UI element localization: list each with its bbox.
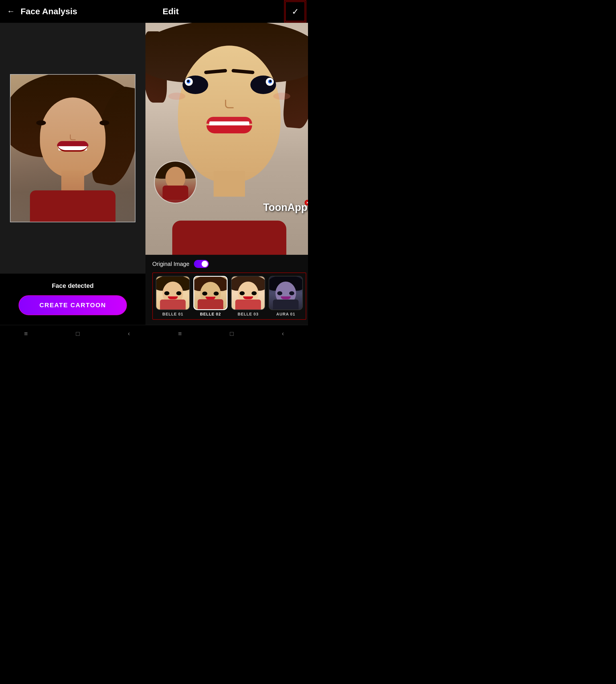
right-nav-menu-icon[interactable]: ≡ — [178, 330, 182, 338]
left-bottom-area: Face detected CREATE CARTOON — [0, 274, 146, 325]
create-cartoon-button[interactable]: CREATE CARTOON — [19, 295, 127, 315]
left-title: Face Analysis — [21, 6, 77, 16]
filter-thumb-aura01 — [269, 276, 303, 310]
filter-label-belle03: BELLE 03 — [231, 312, 265, 316]
face-detected-label: Face detected — [52, 282, 94, 290]
bottom-navigation: ≡ □ ‹ ≡ □ ‹ — [0, 325, 308, 342]
original-photo — [10, 75, 135, 222]
original-image-label: Original Image — [152, 261, 189, 267]
right-panel: ← Edit — [146, 0, 308, 325]
right-header-left: ← Edit — [152, 6, 179, 16]
left-header: ← Face Analysis — [0, 0, 146, 23]
left-image-area — [0, 23, 146, 274]
original-image-toggle-switch[interactable] — [194, 260, 209, 268]
toonapp-watermark: ToonApp — [263, 202, 307, 213]
filter-strip: BELLE 01 BELLE 02 — [152, 272, 306, 320]
filter-thumb-belle02 — [193, 276, 227, 310]
left-nav-home-icon[interactable]: □ — [76, 330, 80, 338]
left-panel: ← Face Analysis — [0, 0, 146, 325]
left-back-button[interactable]: ← — [7, 7, 15, 15]
right-nav-back-icon[interactable]: ‹ — [282, 330, 284, 338]
filter-label-belle01: BELLE 01 — [156, 312, 190, 316]
filter-label-aura01: AURA 01 — [269, 312, 303, 316]
left-nav-bar: ≡ □ ‹ — [0, 325, 154, 342]
check-confirm-button[interactable] — [285, 1, 305, 21]
filter-thumb-belle03 — [231, 276, 265, 310]
filter-thumb-belle01 — [156, 276, 190, 310]
toggle-knob — [202, 261, 208, 267]
filter-item-belle02[interactable]: BELLE 02 — [193, 276, 227, 316]
filter-item-belle03[interactable]: BELLE 03 — [231, 276, 265, 316]
right-title: Edit — [162, 6, 179, 16]
left-nav-back-icon[interactable]: ‹ — [128, 330, 130, 338]
right-back-button[interactable]: ← — [152, 9, 157, 14]
photo-frame — [10, 74, 135, 222]
filter-label-belle02: BELLE 02 — [193, 312, 227, 316]
right-controls: Original Image BELLE — [146, 255, 308, 325]
right-nav-bar: ≡ □ ‹ — [154, 325, 308, 342]
toonapp-watermark-container: ToonApp × — [263, 202, 307, 213]
check-button-wrapper — [284, 0, 306, 23]
right-nav-home-icon[interactable]: □ — [230, 330, 234, 338]
original-image-toggle-row: Original Image — [152, 260, 306, 268]
left-nav-menu-icon[interactable]: ≡ — [24, 330, 28, 338]
right-image-area: ToonApp × — [146, 23, 308, 255]
right-header: ← Edit — [146, 0, 308, 23]
original-thumbnail — [154, 161, 197, 204]
filter-item-belle01[interactable]: BELLE 01 — [156, 276, 190, 316]
filter-item-aura01[interactable]: AURA 01 — [269, 276, 303, 316]
